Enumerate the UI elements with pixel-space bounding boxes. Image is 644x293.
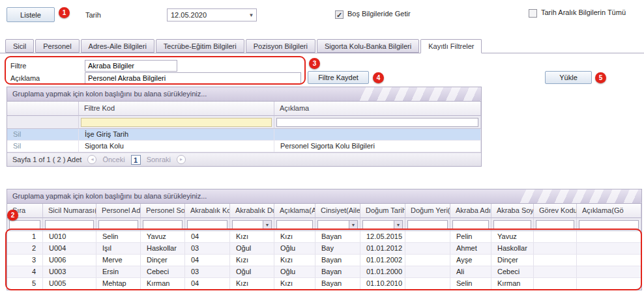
filter-input-a-klama-ail[interactable] xyxy=(276,220,313,229)
cell-akraba-soya: Haskollar xyxy=(491,243,534,255)
filter-input-sicil-numaras-s[interactable] xyxy=(45,220,94,229)
g2-column-header-sicil-numaras-s[interactable]: Sicil Numarası(S xyxy=(43,204,96,218)
saved-filters-grid: Gruplama yapmak için kolon başlığını bu … xyxy=(7,87,482,167)
data-row[interactable]: 1U010SelinYavuz04KızıKızıBayan12.05.2015… xyxy=(7,231,641,243)
cell-do-um-yeri xyxy=(405,243,450,255)
g2-column-header-a-klama-g[interactable]: Açıklama(Gö xyxy=(577,204,641,218)
empty-data-checkbox-label[interactable]: Boş Bilgileride Getir xyxy=(347,10,411,18)
g2-column-header-akrabal-k-ko[interactable]: Akrabalık Ko xyxy=(185,204,230,218)
filter-input-a-klama-g[interactable] xyxy=(579,220,639,229)
filter-input-akraba-ad[interactable] xyxy=(452,220,489,229)
saved-filters-rows: Silİşe Giriş TarihSilSigorta KoluPersone… xyxy=(7,129,481,152)
g1-column-header-col[interactable] xyxy=(7,102,79,116)
filter-dropdown-icon[interactable] xyxy=(263,220,272,229)
tab-adres-aile-bilgileri[interactable]: Adres-Aile Bilgileri xyxy=(81,39,154,53)
g2-filter-cell-akraba-ad xyxy=(450,218,491,231)
filter-input-do-um-tarih[interactable] xyxy=(362,220,394,229)
g2-column-header-akraba-soya[interactable]: Akraba Soya xyxy=(491,204,534,218)
tab-pozisyon-bilgileri[interactable]: Pozisyon Bilgileri xyxy=(246,39,315,53)
aciklama-input[interactable] xyxy=(85,72,301,84)
filter-dropdown-icon[interactable] xyxy=(349,220,358,229)
g2-filter-cell-sicil-numaras-s xyxy=(43,218,96,231)
cell-akraba-ad: Selin xyxy=(450,278,491,290)
current-page[interactable]: 1 xyxy=(131,155,141,165)
tab-sigorta-kolu-banka-bilgileri[interactable]: Sigorta Kolu-Banka Bilgileri xyxy=(317,39,419,53)
g2-column-header-do-um-tarih[interactable]: Doğum Tarih xyxy=(360,204,405,218)
cell-a-klama-ail: Kızı xyxy=(274,278,315,290)
cell-sicil-numaras-s: U010 xyxy=(43,231,96,243)
g2-column-header-akraba-ad[interactable]: Akraba Adı( xyxy=(450,204,491,218)
cell-a-klama-g xyxy=(577,231,641,243)
cell-personel-ad: Selin xyxy=(96,231,141,243)
filter-input-personel-soy[interactable] xyxy=(143,220,183,229)
cell-s-ra: 5 xyxy=(7,278,43,290)
group-panel[interactable]: Gruplama yapmak için kolon başlığını bu … xyxy=(7,87,481,102)
filter-input-g-rev-kodu[interactable] xyxy=(536,220,574,229)
cell-personel-soy: Haskollar xyxy=(141,243,185,255)
listele-button[interactable]: Listele xyxy=(7,7,55,22)
saved-filter-row[interactable]: Silİşe Giriş Tarih xyxy=(7,129,481,141)
empty-data-checkbox[interactable] xyxy=(335,10,344,19)
saved-filter-row[interactable]: SilSigorta KoluPersonel Sigorta Kolu Bil… xyxy=(7,141,481,152)
cell-akrabal-k-du: Kızı xyxy=(230,278,274,290)
cell-do-um-tarih: 01.01.2000 xyxy=(360,266,405,278)
cell-do-um-tarih: 12.05.2015 xyxy=(360,231,405,243)
filter-input-akraba-soya[interactable] xyxy=(493,220,531,229)
data-row[interactable]: 3U006MerveDinçer04KızıKızıBayan01.01.200… xyxy=(7,255,641,266)
dropdown-arrow-icon[interactable] xyxy=(246,12,256,18)
cell-cinsiyet-aile: Bayan xyxy=(315,266,360,278)
g2-column-header-akrabal-k-du[interactable]: Akrabalık Du xyxy=(230,204,274,218)
cell-a-klama-ail: Oğlu xyxy=(274,266,315,278)
tab-personel[interactable]: Personel xyxy=(35,39,79,53)
cell-do-um-yeri xyxy=(405,231,450,243)
g2-column-header-personel-soy[interactable]: Personel Soy xyxy=(141,204,185,218)
data-row[interactable]: 4U003ErsinCebeci03OğulOğluBayan01.01.200… xyxy=(7,266,641,278)
filtre-kod-cell: Sigorta Kolu xyxy=(79,141,274,152)
filtre-input[interactable] xyxy=(85,60,177,72)
g1-column-header-a-klama[interactable]: Açıklama xyxy=(274,102,481,116)
relatives-data-grid: Gruplama yapmak için kolon başlığını bu … xyxy=(7,189,642,290)
g2-filter-cell-do-um-yeri xyxy=(405,218,450,231)
tab-sicil[interactable]: Sicil xyxy=(5,39,34,53)
date-range-checkbox-label[interactable]: Tarih Aralık Bilgilerin Tümü xyxy=(541,8,626,16)
next-page-icon[interactable]: ▸ xyxy=(177,155,186,164)
filter-input-personel-ad[interactable] xyxy=(98,220,138,229)
delete-link[interactable]: Sil xyxy=(7,141,79,152)
date-range-checkbox[interactable] xyxy=(529,9,537,18)
filter-input-cinsiyet-aile[interactable] xyxy=(317,220,349,229)
filtre-kaydet-button[interactable]: Filtre Kaydet xyxy=(308,71,369,84)
tab-tecr-be-e-itim-bilgileri[interactable]: Tecrübe-Eğitim Bilgileri xyxy=(156,39,244,53)
filtre-kod-filter-input[interactable] xyxy=(81,118,272,127)
prev-page-icon[interactable]: ◂ xyxy=(87,155,96,164)
g2-column-header-g-rev-kodu[interactable]: Görev Kodu( xyxy=(534,204,577,218)
filter-input-s-ra[interactable] xyxy=(9,220,40,229)
cell-akraba-soya: Dinçer xyxy=(491,255,534,266)
filter-input-akrabal-k-ko[interactable] xyxy=(187,220,227,229)
g2-column-header-do-um-yeri[interactable]: Doğum Yeri( xyxy=(405,204,450,218)
g2-column-header-a-klama-ail[interactable]: Açıklama(Ail xyxy=(274,204,315,218)
group-panel[interactable]: Gruplama yapmak için kolon başlığını bu … xyxy=(7,189,641,204)
delete-link[interactable]: Sil xyxy=(7,129,79,141)
aciklama-filter-input[interactable] xyxy=(276,118,478,127)
filter-input-do-um-yeri[interactable] xyxy=(407,220,448,229)
prev-page-label[interactable]: Önceki xyxy=(102,156,124,163)
filter-dropdown-icon[interactable] xyxy=(394,220,403,229)
g2-filter-cell-akrabal-k-du xyxy=(230,218,274,231)
filter-input-akrabal-k-du[interactable] xyxy=(232,220,263,229)
g1-filter-cell-aciklama xyxy=(274,116,481,129)
data-row[interactable]: 2U004IşılHaskollar03OğulOğluBay01.01.201… xyxy=(7,243,641,255)
next-page-label[interactable]: Sonraki xyxy=(147,156,171,163)
yukle-button[interactable]: Yükle xyxy=(545,71,592,84)
g1-filter-cell-command xyxy=(7,116,79,129)
date-picker[interactable]: 12.05.2020 xyxy=(167,8,257,21)
cell-akraba-ad: Ali xyxy=(450,266,491,278)
filtre-label: Filtre xyxy=(10,62,26,70)
cell-akraba-ad: Ayşe xyxy=(450,255,491,266)
tab-kay-tl-filtreler[interactable]: Kayıtlı Filtreler xyxy=(420,39,482,53)
aciklama-label: Açıklama xyxy=(10,74,40,82)
g1-column-header-filtre-kod[interactable]: Filtre Kod xyxy=(79,102,274,116)
g2-column-header-cinsiyet-aile[interactable]: Cinsiyet(Aile xyxy=(315,204,360,218)
cell-akrabal-k-du: Oğul xyxy=(230,266,274,278)
data-row[interactable]: 5U005MehtapKırman04KızıKızıBayan01.10.20… xyxy=(7,278,641,290)
g2-column-header-personel-ad[interactable]: Personel Ad xyxy=(96,204,141,218)
